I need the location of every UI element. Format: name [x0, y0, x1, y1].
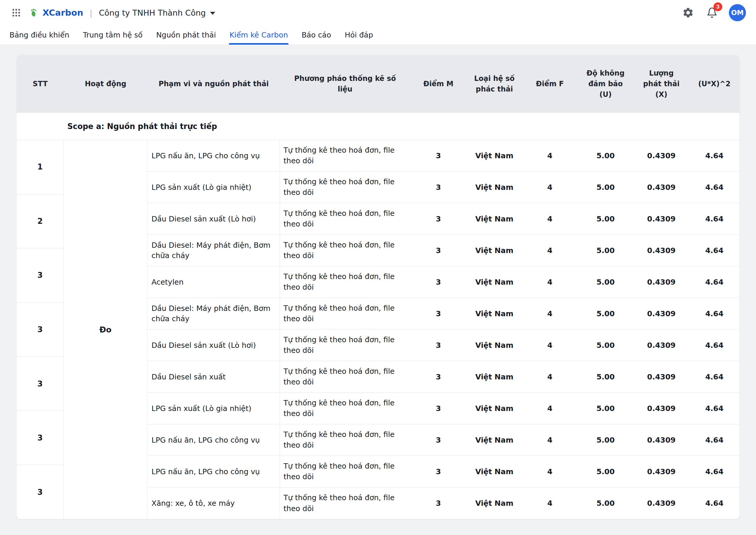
cell-uncertainty-u: 5.00 [578, 309, 633, 318]
notification-badge: 3 [714, 2, 722, 11]
company-name: Công ty TNHH Thành Công [99, 8, 206, 17]
cell-score-m: 3 [410, 499, 466, 508]
cell-score-m: 3 [410, 183, 466, 192]
user-avatar[interactable]: OM [729, 4, 746, 21]
cell-ux-squared: 4.64 [689, 278, 740, 286]
column-header-phuong-phap: Phương pháo thống kê số liệu [280, 73, 410, 95]
cell-emission-source: LPG nấu ăn, LPG cho công vụ [147, 140, 280, 171]
gear-icon[interactable] [681, 6, 695, 20]
cell-statistics-method: Tự thống kê theo hoá đơn, file theo dõi [280, 429, 410, 451]
stt-cell: 2 [16, 194, 64, 249]
cell-emission-amount-x: 0.4309 [633, 373, 689, 381]
cell-uncertainty-u: 5.00 [578, 152, 633, 160]
apps-grid-icon[interactable] [10, 7, 22, 19]
column-header-stt: STT [16, 78, 64, 89]
table-row: Dầu Diesel sản xuất (Lò hơi)Tự thống kê … [147, 203, 740, 235]
stt-cell: 3 [16, 357, 64, 411]
stt-cell: 3 [16, 411, 64, 465]
cell-score-f: 4 [522, 278, 578, 286]
cell-score-f: 4 [522, 436, 578, 444]
cell-score-f: 4 [522, 183, 578, 192]
cell-emission-amount-x: 0.4309 [633, 152, 689, 160]
nav-tab-factor-center[interactable]: Trung tâm hệ số [83, 25, 143, 44]
company-selector[interactable]: Công ty TNHH Thành Công [99, 8, 215, 17]
nav-tab-emission-sources[interactable]: Nguồn phát thải [156, 25, 216, 44]
cell-uncertainty-u: 5.00 [578, 467, 633, 476]
cell-score-m: 3 [410, 246, 466, 255]
cell-emission-source: LPG nấu ăn, LPG cho công vụ [147, 424, 280, 456]
cell-emission-source: LPG sản xuất (Lò gia nhiệt) [147, 393, 280, 424]
footprint-logo-icon [29, 8, 39, 18]
nav-tabs: Bảng điều khiểnTrung tâm hệ sốNguồn phát… [0, 25, 756, 45]
cell-emission-source: LPG nấu ăn, LPG cho công vụ [147, 456, 280, 487]
cell-ux-squared: 4.64 [689, 373, 740, 381]
stt-cell: 3 [16, 465, 64, 519]
cell-ux-squared: 4.64 [689, 183, 740, 192]
cell-factor-type: Việt Nam [466, 246, 522, 255]
cell-score-f: 4 [522, 373, 578, 381]
cell-score-f: 4 [522, 215, 578, 223]
stt-cell: 3 [16, 248, 64, 303]
cell-uncertainty-u: 5.00 [578, 373, 633, 381]
topbar-left: XCarbon | Công ty TNHH Thành Công [10, 7, 215, 19]
cell-ux-squared: 4.64 [689, 246, 740, 255]
cell-factor-type: Việt Nam [466, 278, 522, 286]
cell-uncertainty-u: 5.00 [578, 246, 633, 255]
cell-uncertainty-u: 5.00 [578, 183, 633, 192]
cell-emission-amount-x: 0.4309 [633, 215, 689, 223]
topbar: XCarbon | Công ty TNHH Thành Công 3 [0, 0, 756, 25]
cell-emission-source: Dầu Diesel sản xuất [147, 361, 280, 392]
cell-ux-squared: 4.64 [689, 436, 740, 444]
carbon-inventory-table-card: STTHoạt độngPhạm vi và nguồn phát thảiPh… [16, 55, 740, 519]
stt-cell: 1 [16, 140, 64, 194]
column-header-luong-phat-thai: Lượng phát thải (X) [633, 68, 689, 100]
cell-score-m: 3 [410, 215, 466, 223]
cell-score-m: 3 [410, 341, 466, 350]
column-header-diem-f: Điểm F [522, 78, 578, 89]
cell-emission-amount-x: 0.4309 [633, 436, 689, 444]
cell-statistics-method: Tự thống kê theo hoá đơn, file theo dõi [280, 461, 410, 482]
cell-emission-source: LPG sản xuất (Lò gia nhiệt) [147, 172, 280, 203]
nav-tab-faq[interactable]: Hỏi đáp [345, 25, 373, 44]
cell-emission-source: Acetylen [147, 266, 280, 297]
chevron-down-icon [210, 12, 215, 15]
stt-cell: 3 [16, 303, 64, 357]
cell-ux-squared: 4.64 [689, 309, 740, 318]
table-row: LPG nấu ăn, LPG cho công vụTự thống kê t… [147, 140, 740, 172]
cell-statistics-method: Tự thống kê theo hoá đơn, file theo dõi [280, 303, 410, 324]
scope-section-row: Scope a: Nguồn phát thải trực tiếp [16, 113, 740, 140]
cell-emission-amount-x: 0.4309 [633, 183, 689, 192]
column-header-hoat-dong: Hoạt động [64, 78, 147, 89]
cell-statistics-method: Tự thống kê theo hoá đơn, file theo dõi [280, 145, 410, 166]
cell-ux-squared: 4.64 [689, 467, 740, 476]
cell-score-m: 3 [410, 373, 466, 381]
cell-score-m: 3 [410, 152, 466, 160]
main: STTHoạt độngPhạm vi và nguồn phát thảiPh… [0, 45, 756, 535]
table-row: LPG nấu ăn, LPG cho công vụTự thống kê t… [147, 424, 740, 456]
table-rows: LPG nấu ăn, LPG cho công vụTự thống kê t… [147, 140, 740, 519]
table-body: 1233333 Đo LPG nấu ăn, LPG cho công vụTự… [16, 140, 740, 519]
bell-icon[interactable]: 3 [705, 6, 719, 19]
cell-factor-type: Việt Nam [466, 183, 522, 192]
table-row: Dầu Diesel sản xuấtTự thống kê theo hoá … [147, 361, 740, 393]
cell-score-f: 4 [522, 499, 578, 508]
brand[interactable]: XCarbon [29, 8, 83, 18]
cell-uncertainty-u: 5.00 [578, 436, 633, 444]
table-row: Dầu Diesel: Máy phát điện, Bơm chữa cháy… [147, 298, 740, 329]
page: XCarbon | Công ty TNHH Thành Công 3 [0, 0, 756, 535]
cell-emission-amount-x: 0.4309 [633, 499, 689, 508]
cell-score-f: 4 [522, 246, 578, 255]
table-row: Dầu Diesel: Máy phát điện, Bơm chữa cháy… [147, 235, 740, 266]
topbar-right: 3 OM [681, 4, 746, 21]
cell-factor-type: Việt Nam [466, 436, 522, 444]
nav-tab-dashboard[interactable]: Bảng điều khiển [10, 25, 70, 44]
nav-tab-carbon-inventory[interactable]: Kiểm kê Carbon [230, 25, 288, 44]
table-row: LPG sản xuất (Lò gia nhiệt)Tự thống kê t… [147, 393, 740, 424]
cell-emission-source: Dầu Diesel: Máy phát điện, Bơm chữa cháy [147, 298, 280, 329]
cell-ux-squared: 4.64 [689, 404, 740, 413]
cell-statistics-method: Tự thống kê theo hoá đơn, file theo dõi [280, 366, 410, 388]
column-header-ux2: (U*X)^2 [689, 78, 740, 89]
cell-score-m: 3 [410, 309, 466, 318]
nav-tab-reports[interactable]: Báo cáo [301, 25, 331, 44]
cell-uncertainty-u: 5.00 [578, 499, 633, 508]
